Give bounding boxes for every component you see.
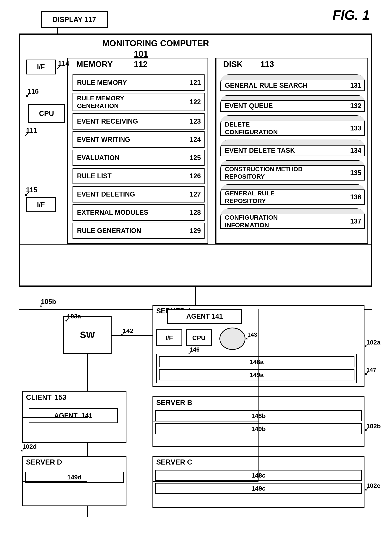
mem-disk-divider — [215, 58, 216, 244]
event-writing-num: 124 — [190, 136, 204, 143]
event-delete-task-box: EVENT DELETE TASK 134 — [220, 140, 365, 156]
arrow-111: ↙ — [24, 130, 29, 138]
monitoring-bottom-line — [19, 244, 372, 245]
rule-memory-gen-box: RULE MEMORYGENERATION 122 — [73, 93, 205, 111]
client-title: CLIENT — [26, 394, 51, 401]
rule-generation-num: 129 — [190, 227, 204, 235]
net-to-server-b-h — [153, 422, 258, 422]
cpu-label: CPU — [39, 110, 54, 118]
box-148a: 148a — [159, 356, 355, 367]
rule-memory-box: RULE MEMORY 121 — [73, 74, 205, 91]
server-a-if: I/F — [156, 329, 182, 346]
box-149a: 149a — [159, 369, 355, 380]
configuration-information-label: CONFIGURATIONINFORMATION — [221, 214, 350, 229]
delete-configuration-label: DELETECONFIGURATION — [221, 121, 350, 136]
sw-to-server-h — [112, 335, 153, 336]
client-title-row: CLIENT 153 — [23, 392, 126, 403]
event-receiving-num: 123 — [190, 118, 204, 125]
display-box: DISPLAY 117 — [41, 11, 108, 28]
configuration-information-box: CONFIGURATIONINFORMATION 137 — [220, 209, 365, 229]
disk-number: 113 — [260, 60, 274, 69]
arrow-142: ↙ — [121, 331, 125, 337]
rule-memory-gen-num: 122 — [190, 98, 204, 106]
page: FIG. 1 DISPLAY 117 MONITORING COMPUTER 1… — [0, 0, 392, 536]
agent-141-label: AGENT 141 — [186, 313, 223, 320]
memory-number: 112 — [134, 60, 147, 69]
arrow-105b: ↙ — [39, 301, 44, 308]
agent-141-server-a: AGENT 141 — [167, 309, 242, 324]
sw-to-client-h — [22, 417, 87, 418]
delete-configuration-num: 133 — [350, 124, 364, 132]
general-rule-search-box: GENERAL RULE SEARCH 131 — [220, 74, 365, 91]
client-agent-label: AGENT — [54, 412, 78, 420]
rule-list-num: 126 — [190, 172, 204, 180]
event-queue-label: EVENT QUEUE — [221, 102, 350, 110]
event-writing-box: EVENT WRITING 124 — [73, 131, 205, 148]
fig-label: FIG. 1 — [332, 7, 370, 23]
external-modules-num: 128 — [190, 209, 204, 216]
client-number: 153 — [55, 394, 66, 401]
general-rule-search-label: GENERAL RULE SEARCH — [221, 81, 350, 89]
arrow-147: ↙ — [364, 370, 369, 376]
arrow-102d-client: ↙ — [20, 446, 25, 453]
construction-method-num: 135 — [350, 169, 364, 177]
server-a-disk-cylinder — [219, 327, 245, 350]
rule-memory-num: 121 — [190, 79, 204, 86]
construction-method-box: CONSTRUCTION METHODREPOSITORY 135 — [220, 160, 365, 180]
external-modules-box: EXTERNAL MODULES 128 — [73, 204, 205, 221]
arrow-102c: ↙ — [364, 485, 369, 492]
rule-list-label: RULE LIST — [73, 172, 190, 180]
monitoring-computer-number: 101 — [134, 49, 148, 59]
server-a-cpu: CPU — [186, 329, 212, 346]
arrow-115: ↙ — [24, 190, 30, 198]
arrow-103a: ↙ — [65, 316, 69, 323]
event-deleting-box: EVENT DELETING 127 — [73, 186, 205, 203]
evaluation-label: EVALUATION — [73, 154, 190, 162]
client-agent-box: AGENT 141 — [29, 408, 118, 423]
construction-method-label: CONSTRUCTION METHODREPOSITORY — [221, 166, 350, 180]
event-delete-task-num: 134 — [350, 147, 364, 154]
box-149c: 149c — [155, 483, 362, 494]
net-to-server-c-v — [258, 422, 259, 481]
event-queue-num: 132 — [350, 102, 364, 110]
memory-title: MEMORY — [76, 60, 113, 69]
server-a-if-label: I/F — [165, 334, 173, 342]
if-bottom-label: I/F — [37, 201, 45, 209]
sw-to-server-d-h — [22, 481, 87, 482]
display-label: DISPLAY 117 — [53, 16, 96, 24]
rule-list-box: RULE LIST 126 — [73, 168, 205, 184]
cpu-box: CPU — [28, 104, 65, 123]
event-deleting-num: 127 — [190, 190, 204, 198]
rule-memory-gen-label: RULE MEMORYGENERATION — [73, 94, 190, 110]
rule-memory-label: RULE MEMORY — [73, 79, 190, 86]
if-top-box: I/F — [26, 60, 56, 74]
event-writing-label: EVENT WRITING — [73, 136, 190, 143]
server-d-title: SERVER D — [23, 457, 126, 468]
event-queue-box: EVENT QUEUE 132 — [220, 95, 365, 112]
external-modules-label: EXTERNAL MODULES — [73, 209, 190, 216]
configuration-information-num: 137 — [350, 217, 364, 225]
arrow-102a: ↙ — [364, 342, 369, 349]
rule-generation-label: RULE GENERATION — [73, 227, 190, 235]
arrow-143: ↙ — [245, 335, 250, 341]
arrow-114: ↙ — [56, 63, 61, 71]
rule-generation-box: RULE GENERATION 129 — [73, 223, 205, 239]
general-rule-search-num: 131 — [350, 81, 364, 89]
arrow-116: ↙ — [25, 91, 31, 99]
delete-configuration-box: DELETECONFIGURATION 133 — [220, 115, 365, 136]
monitoring-computer-title: MONITORING COMPUTER — [102, 38, 209, 48]
mc-to-net-v-left — [58, 286, 58, 310]
event-receiving-box: EVENT RECEIVING 123 — [73, 113, 205, 129]
event-deleting-label: EVENT DELETING — [73, 190, 190, 198]
general-rule-repository-num: 136 — [350, 193, 364, 201]
server-a-inner-container: 148a 149a — [156, 354, 357, 383]
if-bottom-box: I/F — [26, 197, 56, 212]
server-a-cpu-label: CPU — [192, 334, 206, 342]
if-top-label: I/F — [37, 63, 45, 71]
client-agent-number: 141 — [81, 412, 92, 420]
event-receiving-label: EVENT RECEIVING — [73, 118, 190, 125]
evaluation-box: EVALUATION 125 — [73, 150, 205, 166]
event-delete-task-label: EVENT DELETE TASK — [221, 147, 350, 154]
disk-title: DISK — [223, 60, 243, 69]
sw-label: SW — [80, 330, 95, 340]
